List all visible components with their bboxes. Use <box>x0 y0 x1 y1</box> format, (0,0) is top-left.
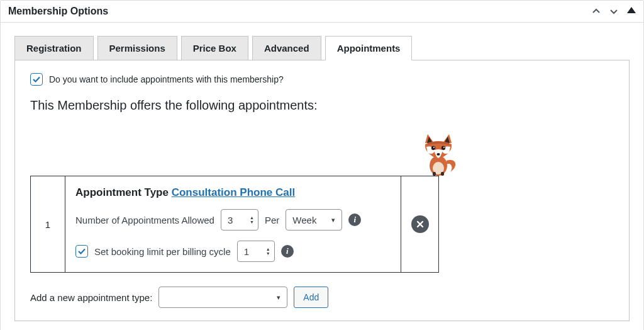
delete-row-button[interactable] <box>411 215 429 233</box>
offers-heading: This Membership offers the following app… <box>30 98 614 113</box>
allowed-count-input[interactable]: 3 ▲▼ <box>221 209 258 230</box>
appointment-type-label: Appointment Type <box>75 186 169 198</box>
booking-limit-input[interactable]: 1 ▲▼ <box>237 241 275 262</box>
tab-panel-appointments: Do you want to include appointments with… <box>14 60 630 321</box>
stepper-icon: ▲▼ <box>266 248 270 256</box>
tab-advanced[interactable]: Advanced <box>252 36 321 60</box>
tab-label: Price Box <box>193 43 236 54</box>
row-index: 1 <box>31 176 65 273</box>
svg-point-7 <box>443 147 445 148</box>
appointments-table: 1 Appointment Type Consultation Phone Ca… <box>30 176 439 273</box>
tab-appointments[interactable]: Appointments <box>325 36 413 60</box>
chevron-down-icon: ▾ <box>277 293 280 302</box>
add-appointment-label: Add a new appointment type: <box>30 292 152 303</box>
tab-label: Registration <box>26 43 82 54</box>
svg-point-4 <box>431 146 435 150</box>
table-row: 1 Appointment Type Consultation Phone Ca… <box>31 176 439 273</box>
info-icon[interactable]: i <box>281 245 294 258</box>
row-content: Appointment Type Consultation Phone Call… <box>65 176 401 273</box>
chevron-down-icon: ▾ <box>331 216 335 224</box>
tab-price-box[interactable]: Price Box <box>181 36 248 60</box>
allowed-count-value: 3 <box>228 215 233 225</box>
booking-limit-row: Set booking limit per billing cycle 1 ▲▼… <box>75 241 391 262</box>
tab-registration[interactable]: Registration <box>14 36 94 60</box>
fox-mascot-icon <box>419 130 458 176</box>
per-select[interactable]: Week ▾ <box>286 209 342 230</box>
svg-point-6 <box>433 147 435 148</box>
allowed-row: Number of Appointments Allowed 3 ▲▼ Per … <box>75 209 391 230</box>
tab-permissions[interactable]: Permissions <box>97 36 177 60</box>
metabox-title: Membership Options <box>8 6 108 17</box>
metabox-header: Membership Options <box>1 1 643 23</box>
row-title: Appointment Type Consultation Phone Call <box>75 186 391 199</box>
move-up-icon[interactable] <box>592 7 601 16</box>
per-select-value: Week <box>292 215 316 225</box>
add-appointment-row: Add a new appointment type: ▾ Add <box>30 287 614 308</box>
svg-point-5 <box>441 146 445 150</box>
membership-options-metabox: Membership Options Registration Permissi… <box>0 0 644 330</box>
svg-point-8 <box>436 153 440 156</box>
booking-limit-value: 1 <box>244 246 249 257</box>
allowed-label: Number of Appointments Allowed <box>75 215 214 225</box>
info-icon[interactable]: i <box>348 213 361 226</box>
include-appointments-label: Do you want to include appointments with… <box>49 74 284 84</box>
svg-rect-3 <box>441 172 444 176</box>
include-appointments-row: Do you want to include appointments with… <box>30 73 614 86</box>
row-delete-cell <box>401 176 439 273</box>
tabs-row: Registration Permissions Price Box Advan… <box>14 35 630 60</box>
per-label: Per <box>265 215 279 225</box>
metabox-actions <box>592 7 636 16</box>
include-appointments-checkbox[interactable] <box>30 73 43 86</box>
stepper-icon: ▲▼ <box>250 216 254 224</box>
add-button-label: Add <box>303 292 319 302</box>
add-appointment-select[interactable]: ▾ <box>158 287 287 308</box>
tab-label: Permissions <box>109 43 165 54</box>
appointments-table-wrap: 1 Appointment Type Consultation Phone Ca… <box>30 176 439 273</box>
booking-limit-checkbox[interactable] <box>75 245 88 258</box>
metabox-body: Registration Permissions Price Box Advan… <box>1 23 643 330</box>
tab-label: Appointments <box>337 43 401 54</box>
move-down-icon[interactable] <box>609 7 618 16</box>
add-button[interactable]: Add <box>294 287 328 308</box>
appointment-type-link[interactable]: Consultation Phone Call <box>172 186 295 198</box>
svg-rect-2 <box>433 172 436 176</box>
collapse-toggle-icon[interactable] <box>627 7 636 13</box>
booking-limit-label: Set booking limit per billing cycle <box>94 246 231 257</box>
tab-label: Advanced <box>264 43 309 54</box>
